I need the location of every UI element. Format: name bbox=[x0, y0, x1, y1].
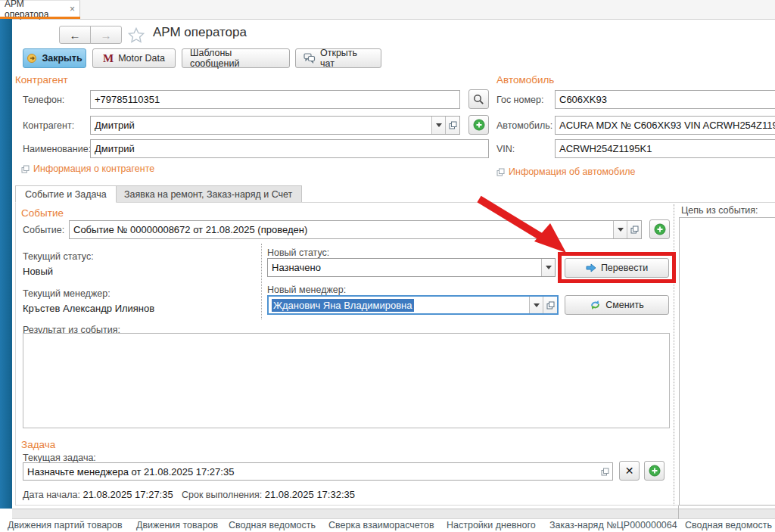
tab-label: Событие и Задача bbox=[25, 189, 107, 200]
name-value: Дмитрий bbox=[95, 143, 135, 154]
counterparty-dropdown-button[interactable] bbox=[431, 117, 445, 134]
highlight-rectangle bbox=[558, 252, 676, 283]
counterparty-info-link[interactable]: Информация о контрагенте bbox=[21, 163, 154, 174]
clear-x-icon: ✕ bbox=[625, 465, 634, 477]
current-manager-value: Кръстев Александр Илиянов bbox=[23, 303, 154, 314]
tab-label: Заявка на ремонт, Заказ-наряд и Счет bbox=[124, 189, 292, 200]
counterparty-label: Контрагент: bbox=[23, 120, 74, 131]
event-add-button[interactable] bbox=[649, 219, 670, 239]
car-label: Автомобиль: bbox=[496, 120, 552, 131]
open-windows-bar: Движения партий товаров Движения товаров… bbox=[0, 520, 775, 532]
car-header: Автомобиль bbox=[496, 74, 554, 86]
new-status-label: Новый статус: bbox=[267, 247, 329, 258]
bottom-scroll-strip bbox=[12, 509, 775, 519]
forward-button[interactable]: → bbox=[90, 26, 122, 44]
window-tab-arm-operatora[interactable]: АРМ оператора × bbox=[0, 0, 80, 17]
message-templates-button[interactable]: Шаблоны сообщений bbox=[182, 48, 290, 68]
chevron-down-icon bbox=[546, 266, 552, 269]
motor-data-label: Motor Data bbox=[118, 53, 165, 64]
new-manager-open-button[interactable] bbox=[543, 297, 557, 313]
chain-panel-splitter[interactable] bbox=[674, 204, 674, 506]
chain-label: Цепь из события: bbox=[681, 205, 758, 216]
open-chat-label: Открыть чат bbox=[320, 48, 373, 69]
car-info-link[interactable]: Информация об автомобиле bbox=[496, 166, 635, 177]
open-icon bbox=[630, 226, 639, 234]
task-open-button[interactable] bbox=[597, 468, 612, 476]
task-add-button[interactable] bbox=[644, 461, 665, 481]
app-window: АРМ оператора × ← → АРМ оператора Закрыт… bbox=[0, 0, 775, 532]
car-value: ACURA MDX № C606XK93 VIN ACRWH254Z1195K1 bbox=[559, 120, 775, 131]
window-link[interactable]: Заказ-наряд №ЦР000000064 bbox=[549, 520, 677, 530]
vin-input[interactable]: ACRWH254Z1195K1 bbox=[555, 139, 775, 158]
name-input[interactable]: Дмитрий bbox=[90, 139, 489, 158]
current-status-label: Текущий статус: bbox=[23, 251, 94, 262]
new-manager-label: Новый менеджер: bbox=[267, 285, 346, 295]
motor-data-m-icon: M bbox=[103, 52, 114, 65]
favorite-star-icon[interactable] bbox=[127, 26, 145, 45]
event-dropdown-button[interactable] bbox=[613, 221, 627, 238]
task-due-row: Срок выполнения: 21.08.2025 17:32:35 bbox=[182, 489, 355, 500]
plate-label: Гос номер: bbox=[496, 95, 543, 105]
exit-icon bbox=[26, 53, 37, 64]
event-input[interactable]: Событие № 00000008672 от 21.08.2025 (про… bbox=[69, 220, 642, 239]
counterparty-add-button[interactable] bbox=[468, 115, 489, 135]
event-header: Событие bbox=[21, 207, 64, 219]
refresh-icon bbox=[590, 300, 601, 310]
new-manager-dropdown-button[interactable] bbox=[529, 297, 543, 313]
open-icon bbox=[601, 468, 609, 476]
task-clear-button[interactable]: ✕ bbox=[619, 461, 640, 481]
tab-repair-request[interactable]: Заявка на ремонт, Заказ-наряд и Счет bbox=[114, 185, 302, 203]
window-link[interactable]: Движения партий товаров bbox=[8, 520, 123, 530]
counterparty-open-button[interactable] bbox=[445, 117, 459, 134]
task-header: Задача bbox=[21, 439, 55, 450]
task-start-label: Дата начала: bbox=[23, 490, 80, 500]
counterparty-header: Контрагент bbox=[15, 74, 68, 86]
chain-list[interactable] bbox=[679, 217, 775, 506]
window-link[interactable]: Движения товаров bbox=[136, 520, 218, 530]
new-status-dropdown-button[interactable] bbox=[541, 259, 555, 276]
motor-data-button[interactable]: M Motor Data bbox=[92, 48, 176, 68]
task-due-label: Срок выполнения: bbox=[182, 490, 262, 500]
current-task-input[interactable]: Назначьте менеджера от 21.08.2025 17:27:… bbox=[23, 462, 613, 481]
counterparty-input[interactable]: Дмитрий bbox=[90, 116, 460, 135]
tab-close-icon[interactable]: × bbox=[70, 4, 75, 14]
phone-value: +79785110351 bbox=[95, 94, 160, 105]
event-value: Событие № 00000008672 от 21.08.2025 (про… bbox=[70, 224, 613, 235]
new-manager-input[interactable]: Жданович Яна Владимировна bbox=[267, 295, 559, 315]
window-link[interactable]: Сводная ведомость bbox=[685, 520, 772, 530]
add-icon bbox=[649, 465, 661, 477]
task-start-row: Дата начала: 21.08.2025 17:27:35 bbox=[23, 489, 173, 500]
vin-label: VIN: bbox=[496, 144, 515, 154]
plate-value: C606XK93 bbox=[559, 94, 607, 105]
event-result-textarea[interactable] bbox=[23, 333, 670, 428]
search-icon bbox=[473, 94, 484, 105]
chevron-down-icon bbox=[534, 303, 540, 307]
counterparty-value: Дмитрий bbox=[91, 120, 431, 131]
phone-input[interactable]: +79785110351 bbox=[90, 90, 460, 109]
close-button[interactable]: Закрыть bbox=[23, 48, 86, 68]
window-link[interactable]: Сводная ведомость bbox=[229, 520, 316, 530]
counterparty-info-label: Информация о контрагенте bbox=[33, 163, 154, 174]
window-link[interactable]: Настройки дневного bbox=[447, 520, 536, 530]
column-splitter[interactable] bbox=[261, 244, 262, 319]
plate-input[interactable]: C606XK93 bbox=[555, 90, 775, 109]
event-label: Событие: bbox=[23, 225, 64, 235]
forward-arrow-icon: → bbox=[101, 29, 112, 42]
car-input[interactable]: ACURA MDX № C606XK93 VIN ACRWH254Z1195K1 bbox=[555, 116, 775, 135]
close-button-label: Закрыть bbox=[42, 53, 82, 64]
phone-label: Телефон: bbox=[23, 95, 64, 105]
car-info-label: Информация об автомобиле bbox=[509, 166, 635, 177]
vin-value: ACRWH254Z1195K1 bbox=[559, 143, 652, 154]
new-status-select[interactable]: Назначено bbox=[267, 258, 556, 277]
window-link[interactable]: Сверка взаиморасчетов bbox=[328, 520, 434, 530]
chevron-down-icon bbox=[618, 228, 624, 232]
sections-panel-strip[interactable] bbox=[0, 19, 12, 509]
open-chat-button[interactable]: Открыть чат bbox=[295, 48, 381, 68]
tab-event-and-task[interactable]: Событие и Задача bbox=[15, 185, 117, 203]
back-button[interactable]: ← bbox=[59, 26, 91, 44]
name-label: Наименование: bbox=[23, 144, 91, 154]
task-due-value: 21.08.2025 17:32:35 bbox=[265, 489, 355, 500]
phone-search-button[interactable] bbox=[468, 89, 489, 109]
event-open-button[interactable] bbox=[627, 221, 641, 238]
change-manager-button[interactable]: Сменить bbox=[565, 295, 669, 315]
